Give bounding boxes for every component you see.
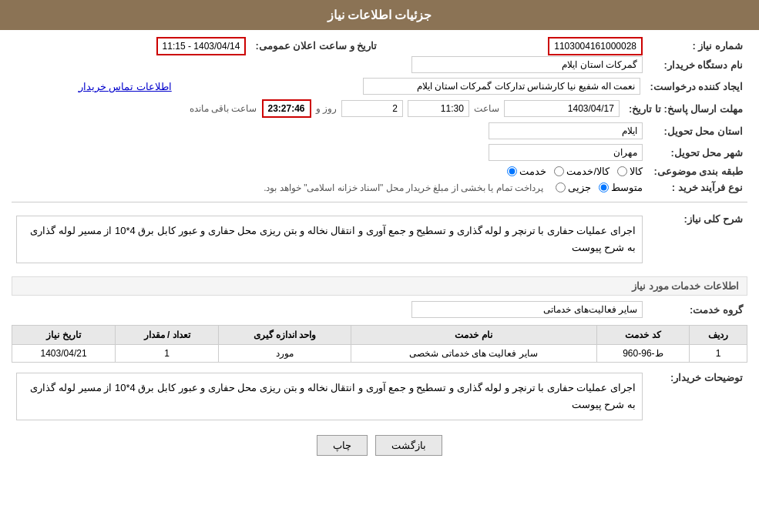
deadline-remaining: 23:27:46 — [262, 99, 311, 118]
top-info-table: شماره نیاز : 1103004161000028 تاریخ و سا… — [12, 38, 747, 54]
buyer-desc-box: اجرای عملیات حفاری با ترنچر و لوله گذاری… — [16, 373, 643, 420]
need-desc-cell: اجرای عملیات حفاری با ترنچر و لوله گذاری… — [12, 209, 647, 270]
label-buyer-desc: توضیحات خریدار: — [647, 367, 747, 426]
label-need-description: شرح کلی نیاز: — [647, 209, 747, 270]
note-process: پرداخت تمام یا بخشی از مبلغ خریدار محل "… — [264, 182, 543, 193]
deadline-time: 11:30 — [408, 100, 469, 117]
buyer-desc-table: توضیحات خریدار: اجرای عملیات حفاری با تر… — [12, 367, 747, 426]
radio-medium-label: متوسط — [611, 182, 643, 193]
table-cell: 1 — [116, 345, 219, 363]
creator-value: نعمت اله شفیع نیا کارشناس تداركات گمركات… — [363, 78, 640, 95]
divider-1 — [12, 202, 747, 202]
process-table: نوع فرآیند خرید : متوسط جزیی — [12, 179, 747, 196]
creator-contact-cell: اطلاعات تماس خریدار — [12, 75, 176, 97]
th-row-num: ردیف — [690, 326, 747, 345]
label-province: استان محل تحویل: — [647, 120, 747, 142]
deadline-row: 1403/04/17 ساعت 11:30 2 روز و 23:27:46 س… — [16, 99, 620, 118]
th-service-code: کد خدمت — [596, 326, 690, 345]
radio-service-label: خدمت — [519, 166, 546, 177]
btn-row: بازگشت چاپ — [12, 435, 747, 456]
label-time: ساعت — [474, 103, 499, 114]
radio-medium[interactable]: متوسط — [599, 182, 643, 193]
radio-goods-service[interactable]: کالا/خدمت — [554, 166, 610, 177]
radio-partial[interactable]: جزیی — [556, 182, 591, 193]
back-button[interactable]: بازگشت — [375, 435, 442, 456]
deadline-cell: 1403/04/17 ساعت 11:30 2 روز و 23:27:46 س… — [12, 97, 624, 120]
process-radio-group: متوسط جزیی — [556, 182, 643, 193]
process-row: متوسط جزیی پرداخت تمام یا بخشی از مبلغ خ… — [16, 182, 643, 193]
label-city: شهر محل تحویل: — [647, 142, 747, 163]
table-cell: مورد — [219, 345, 351, 363]
print-button[interactable]: چاپ — [317, 435, 368, 456]
need-number-value: 1103004161000028 — [548, 37, 643, 55]
section-services-title: اطلاعات خدمات مورد نیاز — [632, 280, 739, 292]
province-table: استان محل تحویل: ایلام — [12, 120, 747, 142]
need-desc-table: شرح کلی نیاز: اجرای عملیات حفاری با ترنچ… — [12, 209, 747, 270]
table-cell: ط-96-960 — [596, 345, 690, 363]
creator-table: ایجاد کننده درخواست: نعمت اله شفیع نیا ک… — [12, 75, 747, 97]
org-table: نام دستگاه خریدار: گمرکات استان ایلام — [12, 54, 747, 75]
radio-service-input[interactable] — [507, 166, 517, 176]
label-announce-datetime: تاریخ و ساعت اعلان عمومی: — [250, 38, 381, 54]
radio-partial-input[interactable] — [556, 182, 566, 192]
label-service-group: گروه خدمت: — [647, 299, 747, 320]
announce-datetime-cell: 1403/04/14 - 11:15 — [12, 38, 250, 54]
header-title: جزئیات اطلاعات نیاز — [327, 8, 432, 22]
org-name-value: گمرکات استان ایلام — [411, 56, 643, 73]
category-cell: کالا کالا/خدمت خدمت — [12, 163, 647, 179]
radio-medium-input[interactable] — [599, 182, 609, 192]
service-group-value: سایر فعالیت‌های خدماتی — [411, 301, 643, 318]
deadline-date: 1403/04/17 — [504, 100, 620, 117]
need-description-text: اجرای عملیات حفاری با ترنچر و لوله گذاری… — [30, 225, 636, 253]
page-header: جزئیات اطلاعات نیاز — [0, 0, 759, 30]
page-wrapper: جزئیات اطلاعات نیاز شماره نیاز : 1103004… — [0, 0, 759, 532]
category-table: طبقه بندی موضوعی: کالا کالا/خدمت خدمت — [12, 163, 747, 179]
services-data-table: ردیف کد خدمت نام خدمت واحد اندازه گیری ت… — [12, 325, 747, 363]
radio-service[interactable]: خدمت — [507, 166, 546, 177]
deadline-days: 2 — [341, 100, 403, 117]
city-value: مهران — [489, 144, 643, 161]
label-process-type: نوع فرآیند خرید : — [647, 179, 747, 196]
label-deadline: مهلت ارسال پاسخ: تا تاریخ: — [624, 97, 747, 120]
need-number-cell: 1103004161000028 — [397, 38, 647, 54]
category-radio-group: کالا کالا/خدمت خدمت — [507, 166, 643, 177]
deadline-table: مهلت ارسال پاسخ: تا تاریخ: 1403/04/17 سا… — [12, 97, 747, 120]
city-table: شهر محل تحویل: مهران — [12, 142, 747, 163]
process-cell: متوسط جزیی پرداخت تمام یا بخشی از مبلغ خ… — [12, 179, 647, 196]
buyer-desc-cell: اجرای عملیات حفاری با ترنچر و لوله گذاری… — [12, 367, 647, 426]
creator-cell: نعمت اله شفیع نیا کارشناس تداركات گمركات… — [186, 75, 646, 97]
label-category: طبقه بندی موضوعی: — [647, 163, 747, 179]
service-group-cell: سایر فعالیت‌های خدماتی — [12, 299, 647, 320]
label-creator: ایجاد کننده درخواست: — [645, 75, 747, 97]
section-services-header: اطلاعات خدمات مورد نیاز — [12, 276, 747, 296]
table-cell: سایر فعالیت های خدماتی شخصی — [351, 345, 596, 363]
label-org-name: نام دستگاه خریدار: — [647, 54, 747, 75]
radio-goods-service-input[interactable] — [554, 166, 564, 176]
th-unit: واحد اندازه گیری — [219, 326, 351, 345]
service-group-table: گروه خدمت: سایر فعالیت‌های خدماتی — [12, 299, 747, 320]
province-value: ایلام — [489, 122, 643, 139]
radio-partial-label: جزیی — [568, 182, 591, 193]
creator-contact-link[interactable]: اطلاعات تماس خریدار — [79, 81, 172, 92]
radio-goods-service-label: کالا/خدمت — [566, 166, 610, 177]
main-content: شماره نیاز : 1103004161000028 تاریخ و سا… — [0, 30, 759, 473]
table-cell: 1 — [690, 345, 747, 363]
th-service-name: نام خدمت — [351, 326, 596, 345]
table-row: 1ط-96-960سایر فعالیت های خدماتی شخصیمورد… — [12, 345, 747, 363]
table-cell: 1403/04/21 — [12, 345, 116, 363]
label-days: روز و — [316, 103, 337, 114]
th-date: تاریخ نیاز — [12, 326, 116, 345]
city-cell: مهران — [12, 142, 647, 163]
radio-goods-label: کالا — [630, 166, 643, 177]
label-remaining-time: ساعت باقی مانده — [190, 103, 257, 114]
radio-goods[interactable]: کالا — [617, 166, 643, 177]
label-need-number: شماره نیاز : — [647, 38, 747, 54]
org-name-cell: گمرکات استان ایلام — [12, 54, 647, 75]
announce-datetime-value: 1403/04/14 - 11:15 — [156, 37, 247, 55]
need-description-box: اجرای عملیات حفاری با ترنچر و لوله گذاری… — [16, 216, 643, 263]
radio-goods-input[interactable] — [617, 166, 627, 176]
buyer-desc-text: اجرای عملیات حفاری با ترنچر و لوله گذاری… — [30, 382, 636, 410]
th-quantity: تعداد / مقدار — [116, 326, 219, 345]
province-cell: ایلام — [12, 120, 647, 142]
